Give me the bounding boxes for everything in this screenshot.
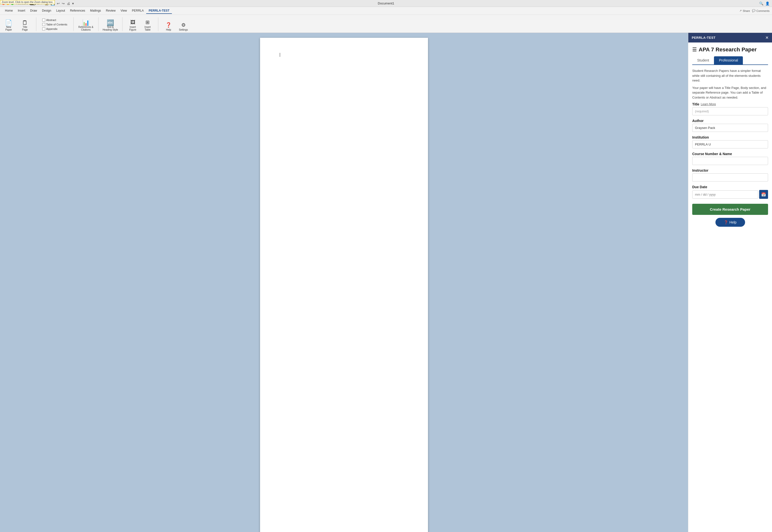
title-field-group: Title Learn More bbox=[692, 102, 768, 115]
abstract-button[interactable]: Abstract bbox=[41, 18, 68, 22]
hamburger-icon[interactable]: ☰ bbox=[692, 47, 697, 53]
ribbon: Home Insert Draw Design Layout Reference… bbox=[0, 7, 772, 33]
course-field-group: Course Number & Name bbox=[692, 152, 768, 165]
tab-mailings[interactable]: Mailings bbox=[88, 8, 103, 14]
due-date-label: Due Date bbox=[692, 185, 768, 189]
title-page-button[interactable]: 🗒 Title Page bbox=[19, 20, 31, 31]
tab-layout[interactable]: Layout bbox=[54, 8, 67, 14]
tab-view[interactable]: View bbox=[118, 8, 129, 14]
title-input[interactable] bbox=[692, 107, 768, 115]
create-research-paper-button[interactable]: Create Research Paper bbox=[692, 204, 768, 215]
toc-checkbox[interactable] bbox=[42, 23, 45, 26]
help-ribbon-button[interactable]: ❓ Help bbox=[163, 22, 174, 31]
undo-icon[interactable]: ↩ bbox=[57, 1, 60, 5]
panel-desc-1: Student Research Papers have a simpler f… bbox=[692, 68, 768, 83]
tab-home[interactable]: Home bbox=[2, 8, 15, 14]
title-label: Title Learn More bbox=[692, 102, 768, 106]
panel-header-title: PERRLA-TEST bbox=[692, 36, 716, 40]
appendix-checkbox[interactable] bbox=[42, 27, 45, 30]
author-input[interactable] bbox=[692, 124, 768, 132]
panel-tab-bar: Student Professional bbox=[692, 56, 768, 65]
panel-body: ☰ APA 7 Research Paper Student Professio… bbox=[688, 42, 772, 532]
side-panel: PERRLA-TEST ✕ ☰ APA 7 Research Paper Stu… bbox=[688, 33, 772, 532]
instructor-input[interactable] bbox=[692, 173, 768, 182]
instructor-field-group: Instructor bbox=[692, 168, 768, 182]
comments-button[interactable]: 💬 Comments bbox=[752, 9, 770, 12]
separator-3 bbox=[98, 17, 99, 31]
insert-figure-button[interactable]: 🖼 Insert Figure bbox=[127, 20, 138, 31]
calendar-icon: 📅 bbox=[761, 192, 766, 197]
customize-icon[interactable]: ▾ bbox=[72, 1, 74, 5]
tab-perrla[interactable]: PERRLA bbox=[129, 8, 146, 14]
title-bar-right: 🔍 👤 bbox=[759, 1, 770, 5]
tab-professional[interactable]: Professional bbox=[714, 56, 743, 65]
help-icon: ❓ bbox=[165, 22, 172, 28]
references-icon: 📊 bbox=[82, 20, 90, 26]
table-icon: ⊞ bbox=[145, 19, 150, 25]
redo-icon[interactable]: ↪ bbox=[62, 1, 65, 5]
tab-references[interactable]: References bbox=[67, 8, 87, 14]
date-row: 📅 bbox=[692, 190, 768, 199]
author-label: Author bbox=[692, 119, 768, 123]
separator-5 bbox=[158, 17, 158, 31]
institution-field-group: Institution bbox=[692, 135, 768, 148]
share-icon: ↗ bbox=[739, 9, 742, 12]
due-date-field-group: Due Date 📅 bbox=[692, 185, 768, 199]
tab-review[interactable]: Review bbox=[103, 8, 118, 14]
panel-close-button[interactable]: ✕ bbox=[765, 35, 769, 40]
settings-ribbon-button[interactable]: ⚙ Settings bbox=[178, 22, 189, 31]
ribbon-content: 📄 New Paper 🗒 Title Page Abstract Table … bbox=[0, 15, 772, 33]
document-page[interactable] bbox=[260, 38, 428, 532]
tab-design[interactable]: Design bbox=[40, 8, 54, 14]
figure-icon: 🖼 bbox=[130, 20, 135, 25]
new-paper-button[interactable]: 📄 New Paper bbox=[2, 20, 15, 31]
course-label: Course Number & Name bbox=[692, 152, 768, 156]
title-bar: Zoom level. Click to open the Zoom dialo… bbox=[0, 0, 772, 7]
title-page-icon: 🗒 bbox=[22, 20, 28, 26]
tab-draw[interactable]: Draw bbox=[28, 8, 40, 14]
author-field-group: Author bbox=[692, 119, 768, 132]
text-cursor bbox=[280, 53, 280, 57]
text-heading-style-button[interactable]: 🔤 Text & Heading Style bbox=[103, 20, 117, 31]
separator-1 bbox=[36, 17, 36, 31]
appendix-button[interactable]: Appendix bbox=[41, 27, 68, 31]
course-input[interactable] bbox=[692, 157, 768, 165]
learn-more-link[interactable]: Learn More bbox=[701, 102, 716, 106]
search-icon[interactable]: 🔍 bbox=[759, 1, 763, 5]
due-date-input[interactable] bbox=[692, 190, 758, 199]
print-icon[interactable]: 🖨 bbox=[67, 1, 70, 5]
panel-desc-2: Your paper will have a Title Page, Body … bbox=[692, 85, 768, 100]
share-button[interactable]: ↗ Share bbox=[739, 9, 750, 12]
profile-icon[interactable]: 👤 bbox=[765, 1, 770, 5]
date-picker-button[interactable]: 📅 bbox=[759, 190, 768, 199]
separator-2 bbox=[73, 17, 74, 31]
tab-student[interactable]: Student bbox=[692, 56, 714, 65]
zoom-message[interactable]: Zoom level. Click to open the Zoom dialo… bbox=[0, 0, 55, 4]
panel-header: PERRLA-TEST ✕ bbox=[688, 33, 772, 42]
text-heading-icon: 🔤 bbox=[107, 20, 114, 26]
institution-label: Institution bbox=[692, 135, 768, 139]
instructor-label: Instructor bbox=[692, 168, 768, 172]
help-circle-icon: ❓ bbox=[724, 220, 728, 224]
comments-icon: 💬 bbox=[752, 9, 755, 12]
main-area: PERRLA-TEST ✕ ☰ APA 7 Research Paper Stu… bbox=[0, 33, 772, 532]
table-of-contents-button[interactable]: Table of Contents bbox=[41, 23, 68, 26]
ribbon-tab-bar: Home Insert Draw Design Layout Reference… bbox=[0, 7, 772, 15]
references-citations-button[interactable]: 📊 References & Citations bbox=[79, 20, 93, 31]
document-title: Document1 bbox=[378, 1, 394, 5]
tab-perrla-test[interactable]: PERRLA-TEST bbox=[146, 8, 172, 14]
insert-table-button[interactable]: ⊞ Insert Table bbox=[142, 19, 153, 31]
panel-heading: ☰ APA 7 Research Paper bbox=[692, 46, 768, 53]
institution-input[interactable] bbox=[692, 140, 768, 148]
help-button[interactable]: ❓ Help bbox=[715, 218, 745, 227]
new-paper-icon: 📄 bbox=[5, 20, 12, 26]
abstract-checkbox[interactable] bbox=[42, 19, 45, 21]
tab-insert[interactable]: Insert bbox=[15, 8, 28, 14]
settings-icon: ⚙ bbox=[181, 22, 186, 28]
document-area[interactable] bbox=[0, 33, 688, 532]
